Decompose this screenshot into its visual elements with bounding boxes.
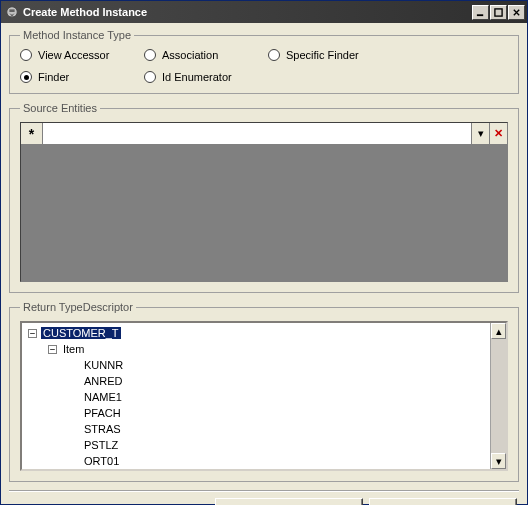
minimize-button[interactable] — [472, 5, 489, 20]
field-label: ORT01 — [82, 455, 121, 467]
tree-field-node[interactable]: TELF1 — [24, 469, 506, 471]
radio-label: View Accessor — [38, 49, 109, 61]
window-title: Create Method Instance — [23, 6, 472, 18]
app-icon — [5, 5, 19, 19]
dialog-window: Create Method Instance Method Instance T… — [0, 0, 528, 505]
delete-row-button[interactable]: ✕ — [489, 123, 507, 144]
tree-field-node[interactable]: KUNNR — [24, 357, 506, 373]
cancel-button[interactable]: Cancel — [369, 498, 517, 505]
root-node-label: CUSTOMER_T — [41, 327, 121, 339]
tree-field-node[interactable]: PFACH — [24, 405, 506, 421]
radio-specific-finder[interactable]: Specific Finder — [268, 49, 408, 61]
svg-rect-3 — [495, 8, 502, 15]
svg-rect-2 — [477, 14, 483, 16]
chevron-up-icon: ▴ — [496, 325, 502, 338]
source-entities-legend: Source Entities — [20, 102, 100, 114]
radio-icon — [144, 49, 156, 61]
source-entity-input[interactable] — [43, 123, 471, 144]
item-node-label: Item — [61, 343, 86, 355]
tree-root-node[interactable]: − CUSTOMER_T — [24, 325, 506, 341]
return-typedescriptor-group: Return TypeDescriptor − CUSTOMER_T − Ite… — [9, 301, 519, 482]
field-label: PFACH — [82, 407, 123, 419]
collapse-icon[interactable]: − — [28, 329, 37, 338]
radio-icon — [268, 49, 280, 61]
radio-label: Specific Finder — [286, 49, 359, 61]
maximize-button[interactable] — [490, 5, 507, 20]
field-label: TELF1 — [82, 469, 119, 471]
radio-icon — [20, 71, 32, 83]
field-label: STRAS — [82, 423, 123, 435]
radio-finder[interactable]: Finder — [20, 71, 140, 83]
tree-scrollbar[interactable]: ▴ ▾ — [490, 323, 506, 469]
tree-item-node[interactable]: − Item — [24, 341, 506, 357]
radio-view-accessor[interactable]: View Accessor — [20, 49, 140, 61]
source-entities-group: Source Entities * ▾ ✕ — [9, 102, 519, 293]
radio-id-enumerator[interactable]: Id Enumerator — [144, 71, 264, 83]
source-entities-grid[interactable]: * ▾ ✕ — [20, 122, 508, 282]
titlebar[interactable]: Create Method Instance — [1, 1, 527, 23]
typedescriptor-tree[interactable]: − CUSTOMER_T − Item KUNNR ANRED NAME1 PF… — [20, 321, 508, 471]
field-label: ANRED — [82, 375, 125, 387]
chevron-down-icon: ▾ — [496, 455, 502, 468]
svg-rect-1 — [9, 9, 14, 12]
ok-button[interactable]: Ok — [215, 498, 363, 505]
tree-field-node[interactable]: NAME1 — [24, 389, 506, 405]
chevron-down-icon: ▾ — [478, 127, 484, 140]
scroll-up-button[interactable]: ▴ — [491, 323, 506, 339]
method-type-legend: Method Instance Type — [20, 29, 134, 41]
tree-field-node[interactable]: STRAS — [24, 421, 506, 437]
collapse-icon[interactable]: − — [48, 345, 57, 354]
field-label: KUNNR — [82, 359, 125, 371]
field-label: PSTLZ — [82, 439, 120, 451]
radio-icon — [144, 71, 156, 83]
radio-association[interactable]: Association — [144, 49, 264, 61]
radio-label: Finder — [38, 71, 69, 83]
tree-field-node[interactable]: ANRED — [24, 373, 506, 389]
tree-field-node[interactable]: PSTLZ — [24, 437, 506, 453]
source-new-row[interactable]: * ▾ ✕ — [21, 123, 507, 145]
tree-field-node[interactable]: ORT01 — [24, 453, 506, 469]
separator — [9, 490, 519, 491]
close-button[interactable] — [508, 5, 525, 20]
method-instance-type-group: Method Instance Type View Accessor Assoc… — [9, 29, 519, 94]
new-row-marker: * — [21, 123, 43, 144]
source-entity-dropdown[interactable]: ▾ — [471, 123, 489, 144]
radio-label: Id Enumerator — [162, 71, 232, 83]
scroll-down-button[interactable]: ▾ — [491, 453, 506, 469]
field-label: NAME1 — [82, 391, 124, 403]
delete-icon: ✕ — [494, 127, 503, 140]
radio-icon — [20, 49, 32, 61]
radio-label: Association — [162, 49, 218, 61]
return-typedescriptor-legend: Return TypeDescriptor — [20, 301, 136, 313]
